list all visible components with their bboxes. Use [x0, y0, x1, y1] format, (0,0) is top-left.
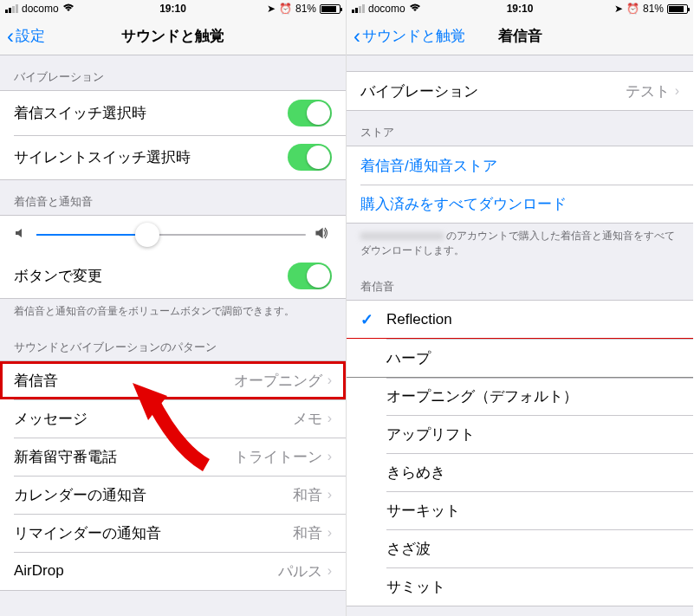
- message-row[interactable]: メッセージ メモ›: [0, 399, 346, 438]
- change-with-buttons-row[interactable]: ボタンで変更: [0, 254, 346, 298]
- speaker-low-icon: [14, 226, 28, 243]
- back-button[interactable]: ‹ サウンドと触覚: [353, 26, 465, 47]
- page-title: サウンドと触覚: [121, 26, 224, 46]
- vibration-value: テスト: [626, 81, 670, 101]
- volume-slider[interactable]: [36, 234, 306, 236]
- tone-store-label: 着信音/通知音ストア: [360, 156, 497, 176]
- signal-icon: [352, 4, 365, 13]
- ringtone-option-summit[interactable]: サミット: [347, 567, 693, 606]
- ringtone-row[interactable]: 着信音 オープニング›: [0, 361, 346, 399]
- status-bar: docomo 19:10 ➤ ⏰ 81%: [0, 0, 346, 17]
- download-all-label: 購入済みをすべてダウンロード: [360, 194, 567, 214]
- chevron-right-icon: ›: [328, 411, 332, 426]
- chevron-left-icon: ‹: [7, 26, 14, 47]
- ringtone-option-circuit[interactable]: サーキット: [347, 491, 693, 529]
- airdrop-label: AirDrop: [14, 562, 64, 580]
- reminder-value: 和音: [293, 523, 322, 543]
- signal-icon: [5, 4, 18, 13]
- voicemail-row[interactable]: 新着留守番電話 トライトーン›: [0, 438, 346, 476]
- airdrop-row[interactable]: AirDrop パルス›: [0, 552, 346, 590]
- calendar-label: カレンダーの通知音: [14, 485, 146, 505]
- chevron-right-icon: ›: [328, 525, 332, 541]
- redacted-account: xxxxxxxxxxxxxxxx: [360, 230, 444, 242]
- back-button[interactable]: ‹ 設定: [7, 26, 45, 47]
- chevron-right-icon: ›: [675, 83, 679, 99]
- status-bar: docomo 19:10 ➤ ⏰ 81%: [347, 0, 693, 17]
- chevron-right-icon: ›: [328, 373, 332, 388]
- phone-right: docomo 19:10 ➤ ⏰ 81% ‹ サウンドと触覚 着信音 バイブレー…: [347, 0, 693, 616]
- vibration-label: バイブレーション: [360, 81, 478, 101]
- message-value: メモ: [293, 409, 322, 429]
- carrier-label: docomo: [22, 3, 59, 15]
- ringer-footer: 着信音と通知音の音量をボリュームボタンで調節できます。: [0, 299, 346, 326]
- battery-percent: 81%: [295, 3, 316, 15]
- speaker-high-icon: [315, 226, 332, 243]
- reminder-label: リマインダーの通知音: [14, 523, 161, 543]
- battery-percent: 81%: [643, 3, 664, 15]
- download-all-row[interactable]: 購入済みをすべてダウンロード: [347, 185, 693, 223]
- ringtone-option-label: アップリフト: [386, 425, 475, 444]
- page-title: 着信音: [498, 26, 542, 46]
- ringtone-option-label: さざ波: [386, 539, 431, 559]
- volume-slider-row: [0, 216, 346, 254]
- ringtone-option-label: きらめき: [386, 463, 445, 483]
- tone-store-row[interactable]: 着信音/通知音ストア: [347, 146, 693, 185]
- calendar-row[interactable]: カレンダーの通知音 和音›: [0, 476, 346, 514]
- voicemail-label: 新着留守番電話: [14, 447, 117, 467]
- section-header-vibration: バイブレーション: [0, 55, 346, 90]
- airdrop-value: パルス: [278, 561, 322, 581]
- ringtone-option-uplift[interactable]: アップリフト: [347, 415, 693, 453]
- silent-switch-row[interactable]: サイレントスイッチ選択時: [0, 135, 346, 179]
- section-header-ringtones: 着信音: [347, 265, 693, 300]
- ringtone-option-sazanami[interactable]: さざ波: [347, 529, 693, 567]
- message-label: メッセージ: [14, 409, 88, 429]
- store-footer: xxxxxxxxxxxxxxxx のアカウントで購入した着信音と通知音をすべてダ…: [347, 224, 693, 265]
- ringtone-option-harp[interactable]: ハープ: [347, 339, 693, 377]
- ringtone-option-label: オープニング（デフォルト）: [386, 386, 578, 406]
- ringtone-option-reflection[interactable]: ✓ Reflection: [347, 301, 693, 339]
- ring-switch-row[interactable]: 着信スイッチ選択時: [0, 91, 346, 135]
- chevron-right-icon: ›: [328, 449, 332, 464]
- alarm-icon: ⏰: [279, 3, 292, 15]
- checkmark-icon: ✓: [360, 310, 374, 329]
- ring-switch-toggle[interactable]: [288, 100, 332, 126]
- silent-switch-label: サイレントスイッチ選択時: [14, 147, 191, 167]
- ringtone-option-label: ハープ: [386, 348, 431, 368]
- ringtone-option-kirameki[interactable]: きらめき: [347, 453, 693, 491]
- ringtone-option-label: サミット: [386, 577, 445, 597]
- silent-switch-toggle[interactable]: [288, 144, 332, 171]
- nav-bar: ‹ サウンドと触覚 着信音: [347, 17, 693, 55]
- reminder-row[interactable]: リマインダーの通知音 和音›: [0, 514, 346, 552]
- ringtone-option-opening[interactable]: オープニング（デフォルト）: [347, 377, 693, 415]
- status-time: 19:10: [507, 3, 534, 15]
- status-time: 19:10: [159, 3, 186, 15]
- phone-left: docomo 19:10 ➤ ⏰ 81% ‹ 設定 サウンドと触覚 バイブレーシ…: [0, 0, 347, 616]
- nav-bar: ‹ 設定 サウンドと触覚: [0, 17, 346, 55]
- chevron-right-icon: ›: [328, 487, 332, 503]
- section-header-store: ストア: [347, 111, 693, 146]
- alarm-icon: ⏰: [626, 3, 639, 15]
- change-with-buttons-toggle[interactable]: [288, 263, 332, 289]
- location-icon: ➤: [267, 3, 276, 15]
- ringtone-label: 着信音: [14, 371, 58, 391]
- section-header-ringer: 着信音と通知音: [0, 180, 346, 215]
- battery-icon: [320, 4, 341, 14]
- battery-icon: [667, 4, 688, 14]
- ring-switch-label: 着信スイッチ選択時: [14, 103, 146, 123]
- chevron-left-icon: ‹: [353, 26, 360, 47]
- ringtone-option-label: Reflection: [386, 311, 452, 328]
- wifi-icon: [409, 3, 421, 15]
- back-label: 設定: [16, 26, 45, 46]
- calendar-value: 和音: [293, 485, 322, 505]
- chevron-right-icon: ›: [328, 563, 332, 579]
- voicemail-value: トライトーン: [234, 447, 322, 467]
- ringtone-option-label: サーキット: [386, 501, 460, 521]
- vibration-row[interactable]: バイブレーション テスト›: [347, 72, 693, 110]
- section-header-patterns: サウンドとバイブレーションのパターン: [0, 326, 346, 360]
- back-label: サウンドと触覚: [362, 26, 465, 46]
- change-with-buttons-label: ボタンで変更: [14, 266, 102, 286]
- ringtone-value: オープニング: [234, 371, 322, 391]
- location-icon: ➤: [614, 3, 623, 15]
- carrier-label: docomo: [368, 3, 405, 15]
- wifi-icon: [62, 3, 75, 15]
